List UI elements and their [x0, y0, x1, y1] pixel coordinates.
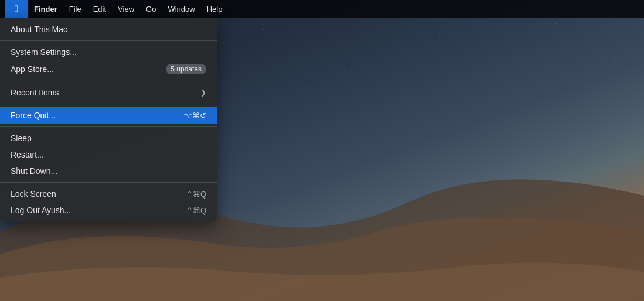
- menu-item-about[interactable]: About This Mac: [0, 21, 217, 37]
- menu-item-shut-down[interactable]: Shut Down...: [0, 163, 217, 179]
- menu-item-sleep[interactable]: Sleep: [0, 130, 217, 146]
- menubar-go[interactable]: Go: [140, 0, 162, 18]
- force-quit-shortcut: ⌥⌘↺: [183, 111, 206, 120]
- lock-screen-shortcut: ⌃⌘Q: [186, 190, 206, 199]
- chevron-right-icon: ❯: [200, 88, 206, 97]
- menubar:  Finder File Edit View Go Window Help: [0, 0, 644, 18]
- menu-item-lock-screen[interactable]: Lock Screen ⌃⌘Q: [0, 186, 217, 202]
- separator-2: [0, 81, 217, 81]
- apple-menu-button[interactable]: : [5, 0, 28, 18]
- menubar-file[interactable]: File: [63, 0, 87, 18]
- separator-1: [0, 40, 217, 41]
- menu-item-log-out[interactable]: Log Out Ayush... ⇧⌘Q: [0, 202, 217, 218]
- apple-icon: : [15, 4, 18, 14]
- separator-4: [0, 126, 217, 127]
- menubar-view[interactable]: View: [112, 0, 140, 18]
- menubar-edit[interactable]: Edit: [87, 0, 112, 18]
- separator-5: [0, 182, 217, 183]
- menu-item-system-settings[interactable]: System Settings...: [0, 44, 217, 60]
- separator-3: [0, 104, 217, 104]
- log-out-shortcut: ⇧⌘Q: [186, 206, 206, 215]
- menubar-finder[interactable]: Finder: [28, 0, 63, 18]
- apple-dropdown-menu: About This Mac System Settings... App St…: [0, 18, 217, 222]
- menubar-window[interactable]: Window: [162, 0, 200, 18]
- menu-item-force-quit[interactable]: Force Quit... ⌥⌘↺: [0, 107, 217, 124]
- menubar-help[interactable]: Help: [201, 0, 229, 18]
- menu-item-restart[interactable]: Restart...: [0, 146, 217, 163]
- menu-item-app-store[interactable]: App Store... 5 updates: [0, 60, 217, 78]
- updates-badge: 5 updates: [166, 64, 206, 74]
- menu-item-recent-items[interactable]: Recent Items ❯: [0, 84, 217, 101]
